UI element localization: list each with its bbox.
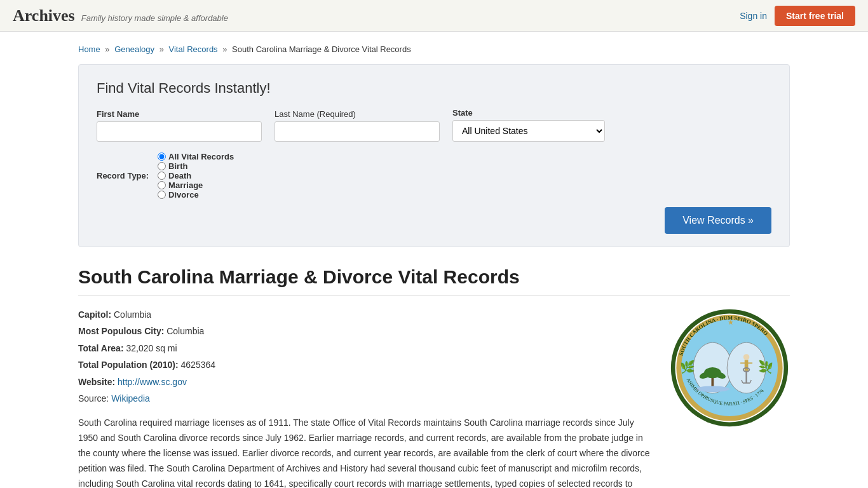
fact-area: Total Area: 32,020 sq mi xyxy=(78,341,650,355)
search-title: Find Vital Records Instantly! xyxy=(97,80,771,97)
info-text-col: Capitol: Columbia Most Populous City: Co… xyxy=(78,308,650,488)
svg-text:★: ★ xyxy=(728,318,734,326)
record-type-option-all: All Vital Records xyxy=(158,152,238,161)
fact-source: Source: Wikipedia xyxy=(78,391,650,405)
info-facts: Capitol: Columbia Most Populous City: Co… xyxy=(78,308,650,405)
start-trial-button[interactable]: Start free trial xyxy=(775,6,855,26)
radio-label-marriage: Marriage xyxy=(168,180,203,190)
website-link[interactable]: http://www.sc.gov xyxy=(118,377,187,387)
breadcrumb-home[interactable]: Home xyxy=(78,44,100,54)
first-name-label: First Name xyxy=(97,109,262,119)
radio-label-death: Death xyxy=(168,171,191,180)
header-logo-area: Archives Family history made simple & af… xyxy=(13,6,228,25)
svg-point-11 xyxy=(743,354,750,360)
site-logo: Archives xyxy=(13,6,75,25)
breadcrumb-vital-records[interactable]: Vital Records xyxy=(169,44,218,54)
record-type-option-marriage: Marriage xyxy=(158,180,238,190)
radio-label-divorce: Divorce xyxy=(168,190,199,200)
last-name-input[interactable] xyxy=(275,121,440,142)
breadcrumb-genealogy[interactable]: Genealogy xyxy=(114,44,154,54)
fact-populous: Most Populous City: Columbia xyxy=(78,324,650,338)
svg-text:🌿: 🌿 xyxy=(680,360,695,374)
site-tagline: Family history made simple & affordable xyxy=(81,13,228,23)
state-seal: SOUTH CAROLINA · DUM SPIRO SPERO ANIMIS … xyxy=(669,308,790,428)
page-title: South Carolina Marriage & Divorce Vital … xyxy=(78,266,790,296)
record-type-row: Record Type: All Vital RecordsBirthDeath… xyxy=(97,152,771,200)
last-name-group: Last Name (Required) xyxy=(275,109,440,142)
radio-label-all: All Vital Records xyxy=(168,152,234,161)
first-name-group: First Name xyxy=(97,109,262,142)
breadcrumb-sep-3: » xyxy=(222,44,227,54)
main-content: Home » Genealogy » Vital Records » South… xyxy=(65,32,803,488)
fact-website: Website: http://www.sc.gov xyxy=(78,375,650,389)
description-text: South Carolina required marriage license… xyxy=(78,416,650,488)
search-fields-row: First Name Last Name (Required) State Al… xyxy=(97,108,771,142)
breadcrumb-sep-1: » xyxy=(105,44,109,54)
info-section: Capitol: Columbia Most Populous City: Co… xyxy=(78,308,790,488)
site-header: Archives Family history made simple & af… xyxy=(0,0,868,32)
fact-population: Total Population (2010): 4625364 xyxy=(78,358,650,372)
radio-death[interactable] xyxy=(158,172,166,180)
state-select[interactable]: All United StatesAlabamaAlaskaArizonaArk… xyxy=(452,120,605,142)
last-name-label: Last Name (Required) xyxy=(275,109,440,119)
source-link[interactable]: Wikipedia xyxy=(111,393,150,403)
radio-all[interactable] xyxy=(158,152,166,161)
record-type-option-birth: Birth xyxy=(158,161,238,171)
state-label: State xyxy=(452,108,605,118)
radio-divorce[interactable] xyxy=(158,191,166,199)
radio-marriage[interactable] xyxy=(158,181,166,189)
breadcrumb-sep-2: » xyxy=(159,44,164,54)
fact-capitol: Capitol: Columbia xyxy=(78,308,650,322)
svg-rect-12 xyxy=(745,360,749,371)
record-type-option-divorce: Divorce xyxy=(158,190,238,200)
breadcrumb-current: South Carolina Marriage & Divorce Vital … xyxy=(232,44,411,54)
record-type-label: Record Type: xyxy=(97,171,149,180)
header-actions: Sign in Start free trial xyxy=(740,6,855,26)
radio-birth[interactable] xyxy=(158,162,166,170)
first-name-input[interactable] xyxy=(97,121,262,142)
sign-in-link[interactable]: Sign in xyxy=(740,11,767,21)
svg-text:🌿: 🌿 xyxy=(758,360,773,374)
description: South Carolina required marriage license… xyxy=(78,416,650,488)
search-actions: View Records » xyxy=(97,207,771,234)
view-records-button[interactable]: View Records » xyxy=(665,207,771,234)
record-type-option-death: Death xyxy=(158,171,238,180)
search-box: Find Vital Records Instantly! First Name… xyxy=(78,64,790,247)
state-group: State All United StatesAlabamaAlaskaAriz… xyxy=(452,108,605,142)
breadcrumb: Home » Genealogy » Vital Records » South… xyxy=(78,44,790,54)
record-type-options: All Vital RecordsBirthDeathMarriageDivor… xyxy=(158,152,244,200)
radio-label-birth: Birth xyxy=(168,161,187,171)
